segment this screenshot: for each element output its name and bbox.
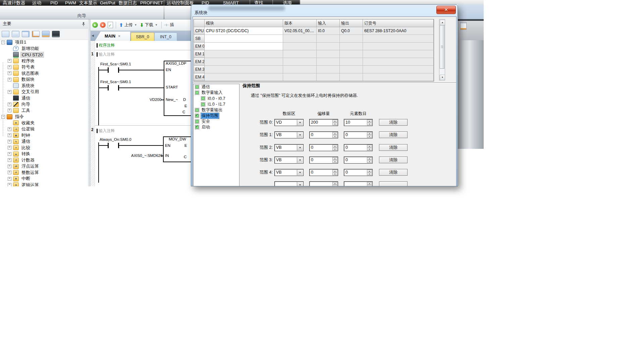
contact-icon[interactable] xyxy=(108,67,109,73)
box-input-operand[interactable]: VD200 xyxy=(150,98,161,102)
data-area-select[interactable]: ▼ xyxy=(274,181,304,186)
chevron-down-icon[interactable]: ▼ xyxy=(297,170,303,175)
table-row-header[interactable]: EM 3 xyxy=(194,66,205,73)
clear-button[interactable]: 清除 xyxy=(379,131,408,138)
config-tree-item[interactable]: I0.0 - I0.7 xyxy=(194,96,239,101)
count-stepper[interactable]: 10▲▼ xyxy=(344,119,373,126)
table-cell[interactable] xyxy=(363,35,434,43)
tree-item[interactable]: +数据块 xyxy=(0,76,88,83)
nav-crossref-icon[interactable] xyxy=(42,31,50,37)
data-area-select[interactable]: VB▼ xyxy=(274,169,304,176)
tree-item[interactable]: +工具 xyxy=(0,108,88,114)
table-row-header[interactable]: SB xyxy=(194,35,205,43)
table-cell[interactable] xyxy=(340,43,363,50)
table-row-header[interactable]: EM 2 xyxy=(194,58,205,66)
data-area-select[interactable]: VB▼ xyxy=(274,131,304,138)
spinner-buttons[interactable]: ▲▼ xyxy=(332,145,337,150)
config-tree-item[interactable]: 数字量输出 xyxy=(194,107,239,113)
insert-contact-icon[interactable]: ⊣⊢ xyxy=(164,23,169,27)
contact-icon[interactable] xyxy=(108,143,109,148)
expand-icon[interactable]: + xyxy=(8,165,11,168)
offset-stepper[interactable]: 0▲▼ xyxy=(309,157,338,164)
table-cell[interactable] xyxy=(340,50,363,58)
tree-item[interactable]: −指令 xyxy=(0,114,88,120)
offset-stepper[interactable]: 0▲▼ xyxy=(309,144,338,151)
table-cell[interactable] xyxy=(205,66,283,73)
table-cell[interactable] xyxy=(283,35,317,43)
tree-item[interactable]: 通信 xyxy=(0,95,88,102)
offset-stepper[interactable]: ▲▼ xyxy=(309,181,338,186)
spin-down-icon[interactable]: ▼ xyxy=(367,123,372,125)
spin-up-icon[interactable]: ▲ xyxy=(332,120,337,122)
count-stepper[interactable]: 0▲▼ xyxy=(344,144,373,151)
compile-icon[interactable] xyxy=(108,22,113,28)
stop-icon[interactable]: ■ xyxy=(100,22,106,28)
menu-item-pid[interactable]: PID xyxy=(50,0,58,6)
chevron-down-icon[interactable]: ▼ xyxy=(297,182,303,186)
chevron-down-icon[interactable]: ▼ xyxy=(297,120,303,125)
menu-item-pwm[interactable]: PWM xyxy=(65,0,76,6)
table-cell[interactable] xyxy=(283,43,317,50)
spinner-buttons[interactable]: ▲▼ xyxy=(367,120,372,125)
spin-down-icon[interactable]: ▼ xyxy=(332,135,337,138)
config-tree-item[interactable]: ✓启动 xyxy=(194,124,239,130)
config-tree-item[interactable]: ✓保持范围 xyxy=(194,113,239,119)
spinner-buttons[interactable]: ▲▼ xyxy=(332,157,337,163)
scroll-up-icon[interactable]: ▲ xyxy=(440,20,445,25)
spin-down-icon[interactable]: ▼ xyxy=(332,160,337,163)
tab-sbr0[interactable]: SBR_0 xyxy=(131,33,154,41)
program-comment[interactable]: 程序注释 xyxy=(99,43,115,48)
expand-icon[interactable]: + xyxy=(8,146,11,149)
table-row-header[interactable]: EM 0 xyxy=(194,43,205,50)
count-stepper[interactable]: ▲▼ xyxy=(344,181,373,186)
expand-icon[interactable]: + xyxy=(8,65,11,69)
config-tree-item[interactable]: 数字量输入 xyxy=(194,90,239,96)
spinner-buttons[interactable]: ▲▼ xyxy=(367,182,372,186)
chevron-down-icon[interactable]: ▼ xyxy=(297,145,303,150)
spin-up-icon[interactable]: ▲ xyxy=(367,170,372,172)
contact-icon[interactable] xyxy=(108,85,109,90)
spinner-buttons[interactable]: ▲▼ xyxy=(367,157,372,163)
count-stepper[interactable]: 0▲▼ xyxy=(344,169,373,176)
nav-datablock-icon[interactable] xyxy=(32,31,40,37)
table-cell[interactable] xyxy=(205,50,283,58)
module-table[interactable]: 模块版本输入输出订货号CPUCPU ST20 (DC/DC/DC)V02.05.… xyxy=(194,19,434,81)
spin-up-icon[interactable]: ▲ xyxy=(367,157,372,160)
spin-up-icon[interactable]: ▲ xyxy=(332,132,337,135)
spin-up-icon[interactable]: ▲ xyxy=(332,182,337,185)
expand-icon[interactable]: + xyxy=(8,103,11,106)
tree-item[interactable]: ++1计数器 xyxy=(0,157,88,164)
download-button[interactable]: 下载 xyxy=(145,22,153,28)
table-cell[interactable] xyxy=(205,43,283,50)
spinner-buttons[interactable]: ▲▼ xyxy=(367,145,372,150)
table-cell[interactable] xyxy=(205,73,283,81)
data-area-select[interactable]: VB▼ xyxy=(274,144,304,151)
menu-item-profinet[interactable]: PROFINET xyxy=(140,0,163,6)
menu-item-motion-panel[interactable]: 运动控制面板 xyxy=(167,0,194,6)
spinner-buttons[interactable]: ▲▼ xyxy=(332,120,337,125)
expand-icon[interactable]: + xyxy=(8,78,11,81)
table-cell[interactable]: 6ES7 288-1ST20-0AA0 xyxy=(363,27,434,35)
table-cell[interactable] xyxy=(317,58,340,66)
tree-item[interactable]: −项目1 xyxy=(0,39,88,46)
table-cell[interactable] xyxy=(283,50,317,58)
table-cell[interactable]: I0.0 xyxy=(317,27,340,35)
spin-up-icon[interactable]: ▲ xyxy=(332,170,337,172)
box-input-operand[interactable]: AXIS0_~:SMD626 xyxy=(131,154,163,158)
config-tree-item[interactable]: 安全 xyxy=(194,119,239,124)
offset-stepper[interactable]: 0▲▼ xyxy=(309,131,338,138)
tree-item[interactable]: +▲转换 xyxy=(0,151,88,157)
spin-down-icon[interactable]: ▼ xyxy=(367,185,372,186)
spin-up-icon[interactable]: ▲ xyxy=(332,157,337,160)
tree-item[interactable]: 系统块 xyxy=(0,83,88,89)
table-cell[interactable] xyxy=(363,66,434,73)
expand-icon[interactable]: + xyxy=(8,71,11,75)
expand-icon[interactable]: + xyxy=(8,133,11,137)
run-icon[interactable]: ▶ xyxy=(92,22,98,28)
table-cell[interactable] xyxy=(317,50,340,58)
spin-up-icon[interactable]: ▲ xyxy=(367,182,372,185)
table-row-header[interactable]: EM 1 xyxy=(194,50,205,58)
expand-icon[interactable]: + xyxy=(8,90,11,94)
scrollbar-thumb[interactable] xyxy=(440,25,444,69)
nav-comm-icon[interactable] xyxy=(52,31,60,37)
